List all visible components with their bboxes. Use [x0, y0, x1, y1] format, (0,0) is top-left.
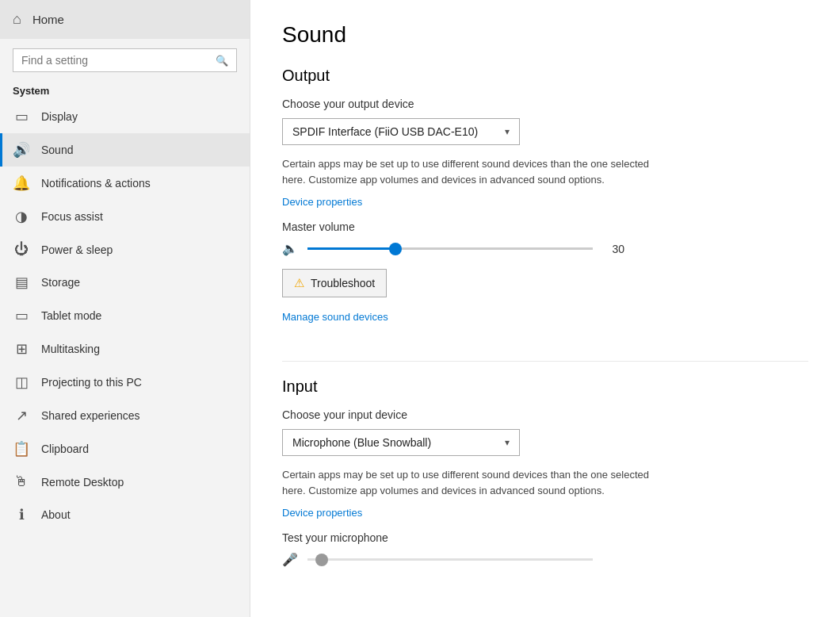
sidebar-item-label: Power & sleep: [41, 243, 113, 256]
sidebar: ⌂ Home 🔍 System ▭ Display 🔊 Sound 🔔 Noti…: [0, 0, 250, 617]
remote-icon: 🖱: [13, 473, 30, 490]
output-section: Output Choose your output device SPDIF I…: [282, 67, 808, 335]
input-info-text: Certain apps may be set up to use differ…: [282, 467, 662, 498]
input-device-properties-link[interactable]: Device properties: [282, 507, 362, 519]
output-title: Output: [282, 67, 808, 85]
sidebar-item-shared[interactable]: ↗ Shared experiences: [0, 399, 250, 432]
choose-input-label: Choose your input device: [282, 408, 808, 421]
system-label: System: [0, 79, 250, 100]
about-icon: ℹ: [13, 506, 30, 523]
clipboard-icon: 📋: [13, 440, 30, 458]
mic-level-slider[interactable]: [307, 558, 593, 561]
test-mic-label: Test your microphone: [282, 531, 808, 544]
volume-value: 30: [602, 243, 624, 255]
sidebar-item-storage[interactable]: ▤ Storage: [0, 266, 250, 299]
storage-icon: ▤: [13, 274, 30, 291]
output-info-text: Certain apps may be set up to use differ…: [282, 156, 662, 187]
sidebar-item-label: Sound: [41, 144, 73, 156]
sidebar-item-label: Projecting to this PC: [41, 376, 142, 389]
sidebar-item-label: Remote Desktop: [41, 476, 124, 489]
search-input[interactable]: [21, 54, 216, 67]
speaker-low-icon: 🔈: [282, 241, 298, 256]
volume-section: Master volume 🔈 30: [282, 220, 808, 256]
input-device-value: Microphone (Blue Snowball): [292, 436, 431, 449]
chevron-down-icon: ▾: [505, 126, 510, 137]
troubleshoot-button[interactable]: ⚠ Troubleshoot: [282, 269, 387, 297]
tablet-icon: ▭: [13, 307, 30, 324]
sidebar-home-label: Home: [32, 13, 64, 26]
focus-icon: ◑: [13, 208, 30, 225]
sidebar-item-sound[interactable]: 🔊 Sound: [0, 133, 250, 167]
section-divider: [282, 361, 808, 362]
multitasking-icon: ⊞: [13, 340, 30, 358]
sidebar-item-display[interactable]: ▭ Display: [0, 100, 250, 133]
sidebar-item-label: Storage: [41, 276, 80, 289]
sidebar-item-label: Clipboard: [41, 443, 89, 455]
projecting-icon: ◫: [13, 374, 30, 391]
volume-slider[interactable]: [307, 247, 593, 250]
sidebar-item-about[interactable]: ℹ About: [0, 498, 250, 531]
output-device-dropdown[interactable]: SPDIF Interface (FiiO USB DAC-E10) ▾: [282, 118, 520, 145]
sidebar-item-power[interactable]: ⏻ Power & sleep: [0, 233, 250, 266]
sidebar-item-label: Tablet mode: [41, 309, 101, 322]
input-section: Input Choose your input device Microphon…: [282, 377, 808, 567]
search-box[interactable]: 🔍: [13, 48, 237, 72]
sidebar-item-label: Shared experiences: [41, 409, 140, 422]
choose-output-label: Choose your output device: [282, 98, 808, 110]
sidebar-item-home[interactable]: ⌂ Home: [0, 0, 250, 39]
warning-icon: ⚠: [294, 276, 304, 290]
display-icon: ▭: [13, 108, 30, 125]
sidebar-item-tablet[interactable]: ▭ Tablet mode: [0, 299, 250, 332]
troubleshoot-label: Troubleshoot: [311, 277, 375, 289]
sidebar-item-notifications[interactable]: 🔔 Notifications & actions: [0, 167, 250, 200]
device-properties-link[interactable]: Device properties: [282, 196, 362, 208]
sidebar-item-remote[interactable]: 🖱 Remote Desktop: [0, 466, 250, 498]
sidebar-item-label: About: [41, 508, 71, 521]
page-title: Sound: [282, 22, 808, 48]
chevron-down-icon: ▾: [505, 437, 510, 448]
master-volume-label: Master volume: [282, 220, 808, 233]
output-device-value: SPDIF Interface (FiiO USB DAC-E10): [292, 125, 478, 138]
sidebar-item-label: Display: [41, 110, 78, 123]
home-icon: ⌂: [13, 11, 21, 28]
input-title: Input: [282, 377, 808, 396]
manage-sound-devices-link[interactable]: Manage sound devices: [282, 311, 388, 323]
power-icon: ⏻: [13, 241, 30, 258]
input-device-dropdown[interactable]: Microphone (Blue Snowball) ▾: [282, 429, 520, 456]
sidebar-item-multitasking[interactable]: ⊞ Multitasking: [0, 332, 250, 366]
sidebar-item-label: Focus assist: [41, 210, 103, 223]
volume-row: 🔈 30: [282, 241, 808, 256]
sidebar-item-projecting[interactable]: ◫ Projecting to this PC: [0, 366, 250, 399]
mic-level-row: 🎤: [282, 552, 808, 567]
microphone-icon: 🎤: [282, 552, 298, 567]
search-icon: 🔍: [216, 55, 228, 67]
sidebar-item-label: Notifications & actions: [41, 177, 151, 190]
shared-icon: ↗: [13, 407, 30, 424]
notifications-icon: 🔔: [13, 174, 30, 192]
search-container: 🔍: [0, 39, 250, 79]
sound-icon: 🔊: [13, 141, 30, 159]
main-content: Sound Output Choose your output device S…: [250, 0, 840, 617]
sidebar-item-focus[interactable]: ◑ Focus assist: [0, 200, 250, 233]
sidebar-item-label: Multitasking: [41, 343, 100, 355]
sidebar-item-clipboard[interactable]: 📋 Clipboard: [0, 432, 250, 466]
